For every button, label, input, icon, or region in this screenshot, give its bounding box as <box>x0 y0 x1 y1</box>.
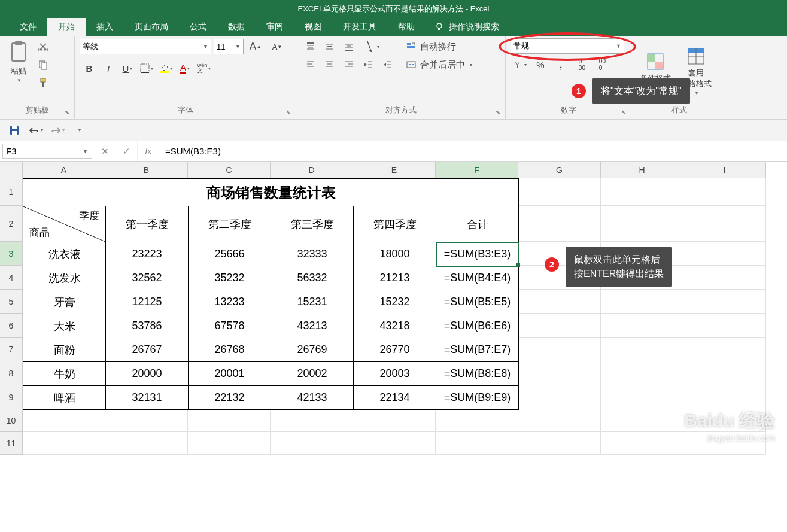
data-cell[interactable]: =SUM(B8:E8) <box>436 362 519 386</box>
tab-帮助[interactable]: 帮助 <box>387 18 426 36</box>
data-cell[interactable]: 25666 <box>189 242 271 266</box>
tab-页面布局[interactable]: 页面布局 <box>124 18 179 36</box>
data-cell[interactable]: 43213 <box>271 314 354 338</box>
enter-formula-button[interactable]: ✓ <box>116 141 138 161</box>
decrease-indent-button[interactable] <box>358 56 378 73</box>
undo-button[interactable]: ▾ <box>28 122 44 139</box>
data-cell[interactable]: 20002 <box>271 362 354 386</box>
orientation-button[interactable]: ⟶▾ <box>358 38 384 55</box>
data-cell[interactable]: =SUM(B9:E9) <box>436 386 519 410</box>
col-header-F[interactable]: F <box>436 162 518 178</box>
tab-审阅[interactable]: 审阅 <box>256 18 294 36</box>
font-color-button[interactable]: A▾ <box>175 60 195 77</box>
data-cell[interactable]: 32562 <box>106 266 189 290</box>
data-cell[interactable]: 53786 <box>106 314 189 338</box>
data-cell[interactable]: =SUM(B6:E6) <box>436 314 519 338</box>
worksheet[interactable]: 1234567891011 ABCDEFGHI 商场销售数量统计表季度商品第一季… <box>0 162 787 455</box>
row-header-4[interactable]: 4 <box>0 266 23 290</box>
col-header-A[interactable]: A <box>23 162 105 178</box>
italic-button[interactable]: I <box>99 60 118 77</box>
cell[interactable] <box>23 409 105 432</box>
align-bottom-button[interactable] <box>339 38 358 55</box>
data-cell[interactable]: 22134 <box>354 386 436 410</box>
row-header-6[interactable]: 6 <box>0 314 23 338</box>
data-cell[interactable]: 12125 <box>106 290 189 314</box>
fill-color-button[interactable]: ▾ <box>156 60 175 77</box>
cell[interactable] <box>518 385 601 409</box>
cell[interactable] <box>601 290 683 314</box>
font-size-combo[interactable]: 11▼ <box>214 39 244 54</box>
cell[interactable] <box>518 206 601 242</box>
col-header-G[interactable]: G <box>518 162 601 178</box>
align-center-button[interactable] <box>320 56 339 73</box>
data-cell[interactable]: 21213 <box>354 266 436 290</box>
tab-公式[interactable]: 公式 <box>179 18 217 36</box>
percent-button[interactable]: % <box>531 56 550 73</box>
cell[interactable] <box>683 361 766 385</box>
row-header-1[interactable]: 1 <box>0 178 23 206</box>
copy-button[interactable] <box>35 56 51 73</box>
cell[interactable] <box>601 432 683 455</box>
cell[interactable] <box>518 314 601 338</box>
fill-handle[interactable] <box>516 263 520 267</box>
cell[interactable] <box>271 409 353 432</box>
align-right-button[interactable] <box>339 56 358 73</box>
data-cell[interactable]: =SUM(B5:E5) <box>436 290 519 314</box>
cell[interactable] <box>601 385 683 409</box>
dialog-launcher-icon[interactable]: ⬊ <box>621 109 626 115</box>
row-name[interactable]: 大米 <box>23 314 106 338</box>
cut-button[interactable] <box>35 38 51 55</box>
cell[interactable] <box>683 178 766 206</box>
col-header-D[interactable]: D <box>271 162 353 178</box>
row-header-5[interactable]: 5 <box>0 290 23 314</box>
cell[interactable] <box>518 361 601 385</box>
cell[interactable] <box>518 338 601 361</box>
data-cell[interactable]: 26767 <box>106 338 189 362</box>
cell[interactable] <box>518 178 601 206</box>
cell[interactable] <box>518 409 601 432</box>
row-name[interactable]: 牛奶 <box>23 362 106 386</box>
dialog-launcher-icon[interactable]: ⬊ <box>65 109 69 115</box>
dialog-launcher-icon[interactable]: ⬊ <box>286 109 291 115</box>
data-cell[interactable]: 23223 <box>106 242 189 266</box>
cell[interactable] <box>436 432 518 455</box>
cell[interactable] <box>683 385 766 409</box>
merge-center-button[interactable]: 合并后居中 ▾ <box>405 56 489 73</box>
row-name[interactable]: 牙膏 <box>23 290 106 314</box>
qat-customize-button[interactable]: ▾ <box>71 122 87 139</box>
format-painter-button[interactable] <box>35 74 51 91</box>
tab-数据[interactable]: 数据 <box>217 18 256 36</box>
data-cell[interactable]: 35232 <box>189 266 271 290</box>
redo-button[interactable]: ▾ <box>49 122 66 139</box>
data-cell[interactable]: 42133 <box>271 386 354 410</box>
select-all-corner[interactable] <box>0 162 23 178</box>
row-header-10[interactable]: 10 <box>0 409 23 432</box>
cell[interactable] <box>188 409 271 432</box>
underline-button[interactable]: U▾ <box>118 60 137 77</box>
cell[interactable] <box>683 266 766 290</box>
formula-input[interactable]: =SUM(B3:E3) <box>159 141 787 161</box>
tab-视图[interactable]: 视图 <box>294 18 332 36</box>
cell[interactable] <box>683 206 766 242</box>
cell[interactable] <box>105 432 188 455</box>
cell[interactable] <box>683 314 766 338</box>
data-cell[interactable]: =SUM(B4:E4) <box>436 266 519 290</box>
cell[interactable] <box>436 409 518 432</box>
col-header-C[interactable]: C <box>188 162 271 178</box>
data-cell[interactable]: 26770 <box>354 338 436 362</box>
comma-button[interactable]: , <box>551 56 570 73</box>
data-cell[interactable]: 67578 <box>189 314 271 338</box>
data-cell[interactable]: 18000 <box>354 242 436 266</box>
save-button[interactable] <box>6 122 23 139</box>
paste-button[interactable]: 粘贴 ▼ <box>5 38 32 86</box>
name-box[interactable]: F3▼ <box>2 144 92 159</box>
tab-开始[interactable]: 开始 <box>47 18 86 36</box>
cell[interactable] <box>188 432 271 455</box>
cell[interactable] <box>271 432 353 455</box>
cell[interactable] <box>518 432 601 455</box>
cell[interactable] <box>601 206 683 242</box>
align-left-button[interactable] <box>301 56 320 73</box>
data-cell[interactable]: =SUM(B7:E7) <box>436 338 519 362</box>
row-name[interactable]: 啤酒 <box>23 386 106 410</box>
accounting-format-button[interactable]: ¥▾ <box>511 56 530 73</box>
